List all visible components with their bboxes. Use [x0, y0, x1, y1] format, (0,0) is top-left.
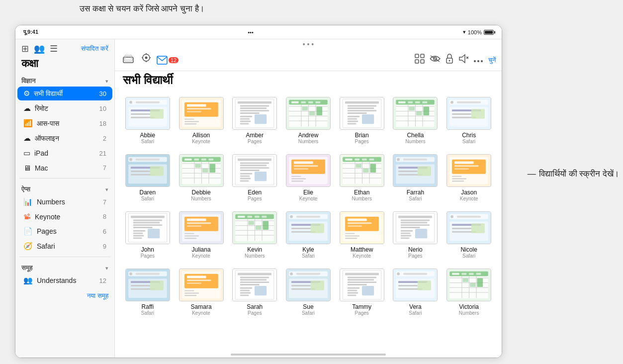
list-view-icon[interactable]: ☰ [50, 43, 58, 54]
all-students-count: 30 [99, 90, 106, 97]
student-card[interactable]: JohnPages [123, 209, 173, 261]
svg-rect-194 [133, 220, 162, 221]
content-toolbar: 12 [115, 49, 502, 71]
student-card[interactable]: DarenSafari [123, 152, 173, 203]
new-group-button[interactable]: नया समूह [21, 292, 108, 300]
student-thumbnail [232, 97, 277, 130]
svg-rect-80 [348, 118, 357, 120]
lock-icon[interactable] [445, 54, 453, 66]
more-icon[interactable] [473, 55, 483, 65]
svg-rect-282 [186, 282, 201, 284]
student-card[interactable]: ChellaNumbers [391, 95, 441, 146]
student-card[interactable]: RaffiSafari [123, 267, 173, 318]
sidebar-item-keynote[interactable]: 📽 Keynote 8 [17, 210, 112, 223]
student-card[interactable]: SamaraKeynote [177, 267, 226, 318]
svg-rect-227 [256, 226, 262, 230]
student-card[interactable]: JulianaKeynote [177, 209, 226, 261]
student-card[interactable]: VeraSafari [391, 267, 441, 318]
student-card[interactable]: NicoleSafari [444, 209, 494, 261]
student-card[interactable]: KevinNumbers [230, 209, 279, 261]
svg-rect-198 [148, 229, 160, 238]
main-area: ⊞ 👥 ☰ संपादित करें कक्षा विज्ञान ▾ ⚙ सभी… [15, 39, 502, 358]
student-name: Abbie [140, 132, 156, 139]
section-apps-header[interactable]: ऐप्स ▾ [15, 182, 114, 194]
section-groups-header[interactable]: समूह ▾ [15, 260, 114, 273]
svg-rect-130 [201, 162, 202, 184]
student-card[interactable]: SueSafari [283, 267, 333, 318]
student-thumbnail [179, 211, 224, 244]
student-thumbnail [393, 211, 438, 244]
edit-button[interactable]: संपादित करें [81, 45, 108, 53]
offline-count: 2 [103, 135, 106, 142]
student-card[interactable]: SarahPages [230, 267, 279, 318]
student-card[interactable]: ChrisSafari [444, 95, 494, 146]
student-card[interactable]: ElieKeynote [283, 152, 333, 203]
scroll-indicator [231, 354, 385, 356]
grid-view-icon[interactable]: ⊞ [21, 43, 29, 54]
svg-rect-140 [240, 167, 269, 169]
svg-rect-13 [421, 60, 424, 63]
sidebar-item-nearby[interactable]: 📶 आस-पास 18 [17, 116, 112, 130]
sidebar-item-ipad[interactable]: ▭ iPad 21 [17, 146, 112, 160]
sidebar-item-numbers[interactable]: 📊 Numbers 7 [17, 195, 112, 209]
svg-rect-37 [186, 108, 210, 109]
student-card[interactable]: KyleSafari [283, 209, 333, 261]
student-thumbnail [232, 211, 277, 244]
student-name: Chella [407, 132, 424, 139]
svg-rect-216 [248, 216, 253, 218]
people-view-icon[interactable]: 👥 [34, 43, 45, 54]
student-card[interactable]: EthanNumbers [337, 152, 387, 203]
sidebar-title: कक्षा [15, 56, 114, 73]
student-card[interactable]: EdenPages [230, 152, 279, 203]
svg-rect-309 [345, 273, 379, 275]
sidebar-item-understands[interactable]: 👥 Understands 12 [17, 273, 112, 287]
sidebar: ⊞ 👥 ☰ संपादित करें कक्षा विज्ञान ▾ ⚙ सभी… [15, 39, 115, 358]
student-card[interactable]: JasonKeynote [444, 152, 494, 203]
stack-icon[interactable] [121, 53, 136, 67]
student-card[interactable]: TammyPages [337, 267, 387, 318]
student-card[interactable]: VictoriaNumbers [444, 267, 494, 318]
svg-rect-258 [401, 237, 409, 239]
student-card[interactable]: AndrewNumbers [283, 95, 333, 146]
battery-fill [485, 31, 493, 34]
sidebar-item-offline[interactable]: ☁ ऑफलाइन 2 [17, 131, 112, 145]
student-thumbnail [340, 154, 384, 187]
student-name: Ethan [354, 189, 369, 196]
student-name: Matthew [351, 246, 373, 253]
select-button[interactable]: चुनें [488, 56, 496, 64]
sidebar-item-remote[interactable]: ☁ रिमोट 10 [17, 101, 112, 115]
location-icon[interactable] [140, 52, 153, 68]
sidebar-item-safari[interactable]: 🧭 Safari 9 [17, 239, 112, 253]
sidebar-item-pages[interactable]: 📄 Pages 6 [17, 224, 112, 238]
mute-icon[interactable] [458, 54, 468, 66]
student-app: Safari [462, 139, 475, 144]
student-thumbnail [125, 269, 170, 301]
svg-rect-82 [348, 123, 356, 124]
mail-badge[interactable]: 12 [157, 56, 178, 65]
svg-rect-70 [316, 106, 322, 115]
student-card[interactable]: DebbieNumbers [177, 152, 226, 203]
svg-rect-215 [238, 216, 245, 218]
svg-rect-217 [255, 216, 260, 218]
student-card[interactable]: NerioPages [391, 209, 441, 261]
numbers-count: 7 [103, 198, 106, 206]
student-card[interactable]: FarrahSafari [391, 152, 441, 203]
svg-point-111 [129, 158, 132, 161]
section-vigyan-header[interactable]: विज्ञान ▾ [15, 73, 114, 86]
student-card[interactable]: AbbieSafari [123, 95, 173, 146]
sidebar-item-mac[interactable]: 🖥 Mac 7 [17, 161, 112, 175]
student-name: Chris [462, 132, 476, 139]
sidebar-item-all-students[interactable]: ⚙ सभी विद्यार्थी 30 [17, 87, 112, 100]
student-card[interactable]: BrianPages [337, 95, 387, 146]
safari-icon: 🧭 [23, 242, 33, 251]
grid-view-button[interactable] [415, 54, 425, 66]
student-card[interactable]: MatthewKeynote [337, 209, 387, 261]
student-card[interactable]: AmberPages [230, 95, 279, 146]
student-app: Keynote [192, 139, 210, 144]
eye-icon[interactable] [430, 55, 441, 65]
student-name: John [141, 246, 154, 253]
student-card[interactable]: AllisonKeynote [177, 95, 226, 146]
svg-rect-78 [362, 114, 374, 124]
svg-rect-133 [202, 169, 208, 173]
status-center: ••• [248, 29, 254, 35]
